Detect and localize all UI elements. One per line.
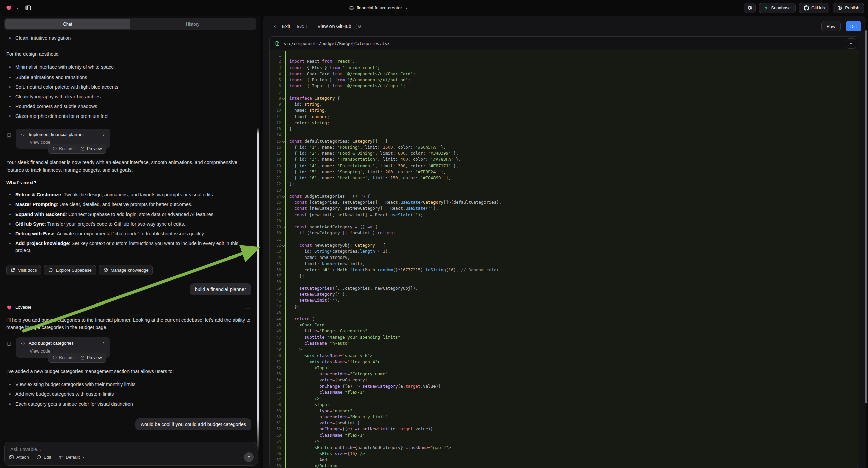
code-scrollbar[interactable] (865, 30, 867, 403)
code-line: 3import { Plus } from 'lucide-react'; (270, 65, 859, 71)
diff-toggle-button[interactable]: Diff (845, 21, 861, 31)
bookmark-icon[interactable] (6, 341, 12, 347)
line-number: 27 (270, 212, 281, 218)
manage-knowledge-chip[interactable]: Manage knowledge (99, 265, 153, 275)
settings-button[interactable] (744, 3, 755, 13)
line-number: 22 (270, 181, 281, 187)
line-number: 2 (270, 58, 281, 64)
line-number: 49 (270, 347, 281, 352)
line-number: 45 (270, 322, 281, 328)
send-button[interactable] (244, 452, 254, 462)
user-message-bubble: would be cool if you could add budget ca… (135, 418, 251, 430)
raw-toggle-button[interactable]: Raw (822, 21, 841, 31)
line-number: 31 (270, 236, 281, 242)
code-line: 7 (270, 89, 859, 95)
code-line: 12 color: string; (270, 120, 859, 126)
visit-docs-chip[interactable]: Visit docs (6, 265, 41, 275)
line-number: 14 (270, 132, 281, 138)
line-number: 39 (270, 285, 281, 291)
fold-chevron-icon[interactable] (282, 244, 285, 247)
edit-button[interactable]: Edit (36, 455, 51, 460)
line-number: 30 (270, 230, 281, 236)
line-number: 62 (270, 426, 281, 432)
code-line: 10 name: string; (270, 108, 859, 114)
collapse-file-button[interactable] (846, 38, 856, 49)
version-card[interactable]: Add budget categoriesView codeRestorePre… (16, 338, 111, 357)
code-header: Exit ESC View on GitHub G Raw Diff (263, 16, 866, 37)
bookmark-icon[interactable] (6, 132, 12, 138)
code-line: 64 /> (270, 438, 859, 444)
publish-button[interactable]: Publish (833, 3, 864, 13)
code-line: 16 { id: '1', name: 'Housing', limit: 15… (270, 144, 859, 150)
fold-chevron-icon[interactable] (282, 140, 285, 142)
code-icon (21, 341, 26, 346)
chevron-down-icon[interactable] (16, 5, 20, 11)
edit-label: Edit (43, 455, 51, 460)
mode-label: Default (66, 455, 80, 460)
code-line: 55 onChange={(e) => setNewCategory(e.tar… (270, 383, 859, 389)
chat-bullet-list: Refine & Customize: Tweak the design, an… (6, 192, 251, 257)
user-message-bubble: build a financial planner (190, 283, 251, 295)
code-line: 11 limit: number; (270, 114, 859, 120)
explore-supabase-chip[interactable]: Explore Supabase (44, 265, 96, 275)
code-line: 22]; (270, 181, 859, 187)
chat-input-placeholder: Ask Lovable... (10, 446, 41, 452)
line-number: 33 (270, 248, 281, 255)
view-on-github-button[interactable]: View on GitHub (317, 24, 351, 29)
code-line: 60 placeholder="Monthly limit" (270, 414, 859, 420)
list-item: Add project knowledge: Set key context o… (6, 240, 251, 254)
fold-chevron-icon[interactable] (282, 226, 285, 228)
project-switcher[interactable]: financial-future-creator (349, 0, 408, 16)
line-number: 53 (270, 371, 281, 377)
chat-input[interactable]: Ask Lovable... Attach Edit Default (4, 442, 258, 466)
restore-button[interactable]: Restore (50, 145, 77, 152)
version-title: Implement financial planner (29, 132, 84, 137)
mode-select[interactable]: Default (58, 455, 85, 460)
globe-icon (349, 5, 354, 11)
list-item: GitHub Sync: Transfer your project's cod… (6, 221, 251, 228)
list-item: Glass-morphic elements for a premium fee… (6, 113, 251, 120)
code-line: 21 { id: '6', name: 'Healthcare', limit:… (270, 175, 859, 181)
list-item: Expand with Backend: Connect Supabase to… (6, 211, 251, 218)
line-number: 54 (270, 377, 281, 383)
github-button[interactable]: GitHub (799, 3, 829, 13)
top-bar: financial-future-creator Supabase GitHub… (0, 0, 868, 16)
preview-button[interactable]: Preview (77, 145, 105, 152)
lovable-heart-logo[interactable] (5, 5, 12, 11)
app-window: financial-future-creator Supabase GitHub… (0, 0, 868, 468)
exit-button[interactable]: Exit (282, 24, 290, 29)
code-line: 54 value={newCategory} (270, 377, 859, 383)
panel-left-icon[interactable] (25, 5, 32, 11)
supabase-button[interactable]: Supabase (759, 3, 796, 13)
chevron-left-icon[interactable] (273, 23, 277, 29)
chevron-right-icon[interactable] (102, 341, 106, 346)
version-card-row: Add budget categoriesView codeRestorePre… (6, 338, 251, 357)
line-number: 67 (270, 457, 281, 463)
line-number: 68 (270, 463, 281, 468)
version-card[interactable]: Implement financial plannerView codeRest… (16, 128, 111, 149)
fold-chevron-icon[interactable] (282, 97, 285, 100)
code-content[interactable]: 12import React from 'react';3import { Pl… (270, 51, 859, 468)
chevron-right-icon[interactable] (102, 132, 106, 137)
fold-chevron-icon[interactable] (282, 195, 285, 198)
code-line: 1 (270, 52, 859, 58)
code-line: 49 > (270, 347, 859, 352)
tab-history[interactable]: History (130, 19, 255, 29)
line-number: 19 (270, 163, 281, 169)
chat-scrollbar[interactable] (257, 127, 259, 450)
preview-button[interactable]: Preview (77, 354, 105, 361)
chat-panel: Chat History Clean, intuitive navigation… (0, 16, 260, 468)
line-number: 48 (270, 341, 281, 347)
code-line: 58 <Input (270, 402, 859, 408)
code-line: 50 <div className="space-y-6"> (270, 352, 859, 358)
line-number: 10 (270, 108, 281, 114)
code-line: 42 }; (270, 303, 859, 310)
message-menu-button[interactable]: … (246, 304, 251, 310)
attach-button[interactable]: Attach (9, 455, 29, 460)
code-line: 68 </Button> (270, 463, 859, 468)
restore-button[interactable]: Restore (50, 354, 77, 361)
line-number: 42 (270, 303, 281, 310)
list-item: View existing budget categories with the… (6, 381, 251, 388)
tab-chat[interactable]: Chat (5, 19, 130, 29)
file-path-bar[interactable]: src/components/budget/BudgetCategories.t… (270, 37, 859, 50)
